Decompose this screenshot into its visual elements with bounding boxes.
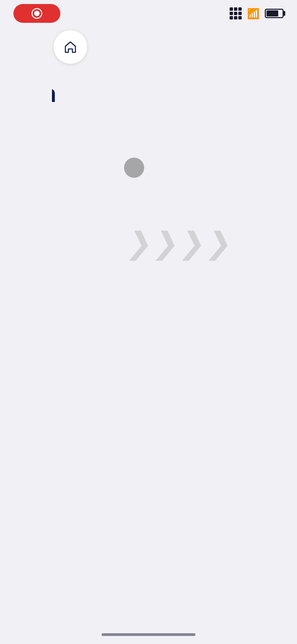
drag-indicator bbox=[124, 158, 144, 178]
miro-arrow-4: ❯ bbox=[204, 228, 235, 258]
home-indicator bbox=[102, 633, 195, 636]
miro-arrow-2: ❯ bbox=[151, 228, 182, 258]
signal-grid-icon bbox=[230, 7, 242, 19]
status-bar: 📶 bbox=[0, 0, 297, 27]
recording-pill bbox=[13, 4, 60, 23]
home-icon bbox=[63, 40, 78, 54]
recording-dot bbox=[32, 8, 42, 19]
miro-watermark: ❯ ❯ ❯ ❯ bbox=[127, 228, 232, 258]
status-icons: 📶 bbox=[230, 7, 284, 19]
miro-arrows: ❯ ❯ ❯ ❯ bbox=[127, 228, 232, 258]
battery-fill bbox=[266, 10, 278, 16]
wifi-icon: 📶 bbox=[247, 8, 259, 19]
home-button[interactable] bbox=[54, 30, 87, 64]
miro-arrow-3: ❯ bbox=[178, 228, 208, 258]
miro-arrow-1: ❯ bbox=[125, 228, 155, 258]
left-panel bbox=[0, 0, 52, 644]
recording-dot-inner bbox=[34, 11, 40, 16]
battery-icon bbox=[265, 9, 284, 18]
